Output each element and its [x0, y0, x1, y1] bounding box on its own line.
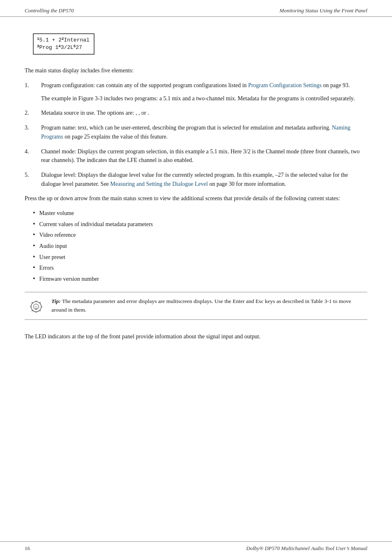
bullet-text-7: Firmware version number	[39, 275, 99, 284]
list-item-5: 5. Dialogue level: Displays the dialogue…	[25, 171, 367, 188]
lcd-text-3: Prog 1	[39, 44, 58, 51]
tip-label: Tip:	[51, 298, 61, 304]
led-paragraph: The LED indicators at the top of the fro…	[25, 332, 367, 341]
header-right: Monitoring Status Using the Front Panel	[279, 7, 367, 14]
bullet-text-4: Audio input	[39, 242, 67, 251]
list-text-4: Channel mode: Displays the current progr…	[41, 148, 360, 164]
page-footer: 16 Dolby® DP570 Multichannel Audio Tool …	[0, 541, 392, 555]
list-text-5b: on page 30 for more information.	[208, 181, 286, 187]
svg-line-8	[32, 302, 32, 303]
list-item-2: 2. Metadata source in use. The options a…	[25, 109, 367, 118]
main-content: 15.1 + 2 2Internal 3 Prog 1 43/2L527 The…	[0, 17, 392, 359]
list-content-3: Program name: text, which can be user-en…	[41, 123, 367, 141]
footer-title: Dolby® DP570 Multichannel Audio Tool Use…	[246, 545, 367, 552]
lcd-text-2: Internal	[64, 37, 89, 44]
numbered-list: 1. Program configuration: can contain an…	[25, 81, 367, 188]
intro-paragraph: The main status display includes five el…	[25, 66, 367, 75]
bullet-text-2: Current values of individual metadata pa…	[39, 220, 153, 229]
bullet-list: Master volume Current values of individu…	[33, 209, 367, 284]
list-content-2: Metadata source in use. The options are:…	[41, 109, 367, 118]
header-left: Controlling the DP570	[25, 7, 74, 14]
list-num-2: 2.	[25, 109, 41, 118]
bullet-item-4: Audio input	[33, 242, 367, 251]
page: Controlling the DP570 Monitoring Status …	[0, 0, 392, 555]
svg-line-6	[32, 310, 32, 311]
tip-icon-area	[25, 297, 47, 314]
svg-rect-12	[35, 308, 37, 309]
bullet-item-7: Firmware version number	[33, 275, 367, 284]
list-text-1: Program configuration: can contain any o…	[41, 82, 248, 88]
sub-para-1: The example in Figure 3-3 includes two p…	[41, 94, 367, 103]
bullet-item-2: Current values of individual metadata pa…	[33, 220, 367, 229]
list-text-2: Metadata source in use. The options are:…	[41, 110, 149, 116]
lcd-text-4: 3/2L	[61, 44, 74, 51]
list-item-4: 4. Channel mode: Displays the current pr…	[25, 147, 367, 165]
bullet-text-5: User preset	[39, 253, 65, 262]
lcd-display: 15.1 + 2 2Internal 3 Prog 1 43/2L527	[33, 33, 95, 55]
list-item-1: 1. Program configuration: can contain an…	[25, 81, 367, 103]
middle-paragraph: Press the up or down arrow from the main…	[25, 194, 367, 203]
svg-line-5	[39, 302, 40, 303]
list-content-5: Dialogue level: Displays the dialogue le…	[41, 171, 367, 188]
list-num-1: 1.	[25, 81, 41, 90]
link-program-config[interactable]: Program Configuration Settings	[248, 82, 322, 88]
lcd-text-1: 5.1 + 2	[39, 37, 62, 44]
list-text-3a: Program name: text, which can be user-en…	[41, 125, 332, 131]
lcd-line-2: 3 Prog 1 43/2L527	[37, 44, 90, 51]
link-dialogue-level[interactable]: Measuring and Setting the Dialogue Level	[110, 181, 208, 187]
list-content-1: Program configuration: can contain any o…	[41, 81, 367, 103]
tip-content: Tip: The metadata parameter and error di…	[47, 297, 367, 314]
list-item-3: 3. Program name: text, which can be user…	[25, 123, 367, 141]
lcd-line-1: 15.1 + 2 2Internal	[37, 37, 90, 44]
tip-box: Tip: The metadata parameter and error di…	[25, 292, 367, 320]
list-num-4: 4.	[25, 147, 41, 156]
bullet-text-6: Errors	[39, 264, 54, 273]
page-header: Controlling the DP570 Monitoring Status …	[0, 0, 392, 17]
bullet-item-3: Video reference	[33, 231, 367, 240]
bullet-text-1: Master volume	[39, 209, 74, 218]
lightbulb-icon	[28, 299, 44, 314]
bullet-item-6: Errors	[33, 264, 367, 273]
bullet-text-3: Video reference	[39, 231, 76, 240]
bullet-item-1: Master volume	[33, 209, 367, 218]
list-num-5: 5.	[25, 171, 41, 180]
footer-page-number: 16	[25, 545, 30, 552]
bullet-item-5: User preset	[33, 253, 367, 262]
list-text-3b: on page 25 explains the value of this fe…	[63, 134, 168, 140]
svg-line-7	[39, 310, 40, 311]
list-num-3: 3.	[25, 123, 41, 132]
list-content-4: Channel mode: Displays the current progr…	[41, 147, 367, 165]
list-text-1b: on page 93.	[322, 82, 350, 88]
tip-text: The metadata parameter and error display…	[51, 298, 351, 313]
lcd-text-5: 27	[76, 44, 82, 51]
